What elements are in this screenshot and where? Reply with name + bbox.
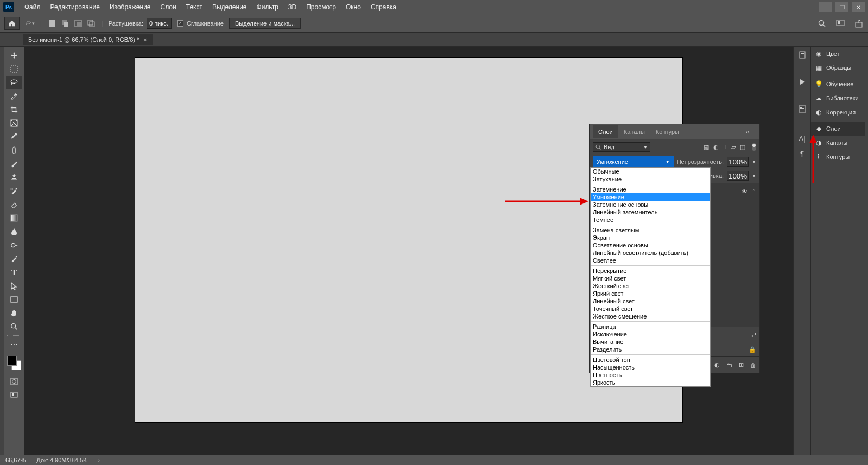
blend-mode-option[interactable]: Вычитание [591, 338, 710, 346]
new-layer-icon[interactable]: ⊞ [739, 361, 744, 368]
magic-wand-tool[interactable] [6, 90, 22, 103]
opacity-input[interactable] [727, 157, 749, 167]
chevron-down-icon[interactable]: ▼ [752, 174, 756, 179]
zoom-tool[interactable] [6, 320, 22, 333]
selection-add-icon[interactable] [60, 18, 70, 28]
blend-mode-option[interactable]: Осветление основы [591, 241, 710, 249]
fill-input[interactable] [727, 171, 749, 181]
screen-mode-button[interactable] [6, 388, 22, 402]
panel-shortcut-Обучение[interactable]: 💡Обучение [811, 77, 865, 91]
panel-shortcut-Слои[interactable]: ◆Слои [811, 122, 865, 136]
blend-mode-option[interactable]: Обычные [591, 168, 710, 175]
blend-mode-option[interactable]: Замена светлым [591, 226, 710, 234]
path-selection-tool[interactable] [6, 279, 22, 292]
marquee-tool[interactable] [6, 62, 22, 75]
blend-mode-option[interactable]: Яркость [591, 379, 710, 386]
zoom-level[interactable]: 66,67% [5, 457, 26, 463]
chevron-down-icon[interactable]: ▼ [752, 160, 756, 164]
minimize-button[interactable]: — [819, 2, 832, 12]
home-button[interactable] [4, 17, 20, 30]
clone-stamp-tool[interactable] [6, 171, 22, 184]
feather-input[interactable] [147, 18, 172, 29]
edit-toolbar-button[interactable]: ⋯ [6, 338, 22, 351]
tab-channels[interactable]: Каналы [618, 125, 650, 138]
menu-item[interactable]: 3D [283, 3, 301, 11]
new-group-icon[interactable]: 🗀 [726, 362, 732, 368]
blend-mode-option[interactable]: Точечный свет [591, 305, 710, 313]
blend-mode-select[interactable]: Умножение ▼ [593, 156, 674, 167]
blend-mode-option[interactable]: Перекрытие [591, 267, 710, 275]
blend-mode-option[interactable]: Насыщенность [591, 364, 710, 371]
menu-item[interactable]: Слои [156, 3, 181, 11]
blur-tool[interactable] [6, 225, 22, 238]
color-swatches[interactable] [7, 356, 21, 370]
blend-mode-option[interactable]: Яркий свет [591, 290, 710, 297]
menu-item[interactable]: Файл [20, 3, 46, 11]
properties-icon[interactable] [796, 103, 808, 115]
hand-tool[interactable] [6, 307, 22, 320]
quick-mask-button[interactable] [6, 375, 22, 388]
paragraph-panel-icon[interactable]: ¶ [796, 148, 808, 160]
eyedropper-tool[interactable] [6, 130, 22, 143]
blend-mode-option[interactable]: Линейный осветлитель (добавить) [591, 249, 710, 257]
move-tool[interactable] [6, 49, 22, 62]
brush-tool[interactable] [6, 157, 22, 170]
chevron-up-icon[interactable]: ⌃ [752, 189, 756, 194]
crop-tool[interactable] [6, 103, 22, 116]
visibility-icon[interactable]: 👁 [742, 188, 747, 195]
blend-mode-option[interactable]: Линейный свет [591, 297, 710, 305]
panel-shortcut-Библиотеки[interactable]: ☁Библиотеки [811, 91, 865, 105]
filter-toggle[interactable] [752, 143, 756, 151]
filter-smart-icon[interactable]: ◫ [740, 144, 745, 151]
collapse-panel-icon[interactable]: ›› [745, 129, 749, 135]
panel-shortcut-Образцы[interactable]: ▦Образцы [811, 61, 865, 75]
doc-info[interactable]: Док: 4,90M/384,5K [36, 457, 87, 463]
filter-pixel-icon[interactable]: ▧ [704, 144, 709, 151]
filter-adjustment-icon[interactable]: ◐ [713, 144, 719, 151]
healing-brush-tool[interactable] [6, 144, 22, 157]
panel-shortcut-Цвет[interactable]: ◉Цвет [811, 47, 865, 61]
lasso-tool-icon[interactable]: ▾ [25, 18, 35, 28]
history-icon[interactable] [796, 49, 808, 61]
menu-item[interactable]: Справка [366, 3, 401, 11]
history-brush-tool[interactable] [6, 184, 22, 198]
close-button[interactable]: ✕ [852, 2, 865, 12]
menu-item[interactable]: Выделение [207, 3, 252, 11]
menu-item[interactable]: Фильтр [252, 3, 283, 11]
filter-shape-icon[interactable]: ▱ [731, 144, 736, 151]
select-and-mask-button[interactable]: Выделение и маска... [229, 18, 301, 29]
filter-flyout-icon[interactable]: ⇄ [751, 332, 756, 339]
panel-menu-icon[interactable]: ≡ [753, 129, 756, 135]
toolbox-collapse-handle[interactable] [0, 47, 4, 455]
blend-mode-option[interactable]: Затемнение основы [591, 201, 710, 208]
menu-item[interactable]: Текст [181, 3, 207, 11]
pen-tool[interactable] [6, 252, 22, 265]
blend-mode-option[interactable]: Цветность [591, 371, 710, 379]
blend-mode-option[interactable]: Жесткий свет [591, 282, 710, 290]
share-icon[interactable] [854, 18, 864, 28]
type-tool[interactable]: T [6, 266, 22, 279]
new-fill-layer-icon[interactable]: ◐ [714, 361, 720, 368]
blend-mode-option[interactable]: Разделить [591, 346, 710, 353]
panel-shortcut-Коррекция[interactable]: ◐Коррекция [811, 105, 865, 119]
right-edge-handle[interactable] [865, 47, 868, 455]
antialias-checkbox[interactable]: ✓ [177, 20, 183, 27]
dodge-tool[interactable] [6, 239, 22, 252]
blend-mode-option[interactable]: Цветовой тон [591, 356, 710, 364]
chevron-right-icon[interactable]: › [98, 457, 100, 463]
frame-tool[interactable] [6, 117, 22, 130]
menu-item[interactable]: Редактирование [46, 3, 105, 11]
menu-item[interactable]: Просмотр [301, 3, 341, 11]
tab-layers[interactable]: Слои [593, 125, 618, 138]
blend-mode-option[interactable]: Умножение [591, 193, 710, 201]
blend-mode-option[interactable]: Мягкий свет [591, 275, 710, 282]
lock-icon[interactable]: 🔒 [749, 346, 756, 353]
blend-mode-option[interactable]: Разница [591, 323, 710, 330]
selection-new-icon[interactable] [47, 18, 57, 28]
blend-mode-option[interactable]: Затемнение [591, 186, 710, 193]
rectangle-tool[interactable] [6, 293, 22, 306]
delete-layer-icon[interactable]: 🗑 [750, 362, 756, 368]
menu-item[interactable]: Окно [341, 3, 366, 11]
selection-intersect-icon[interactable] [86, 18, 96, 28]
filter-type-icon[interactable]: T [723, 144, 727, 151]
